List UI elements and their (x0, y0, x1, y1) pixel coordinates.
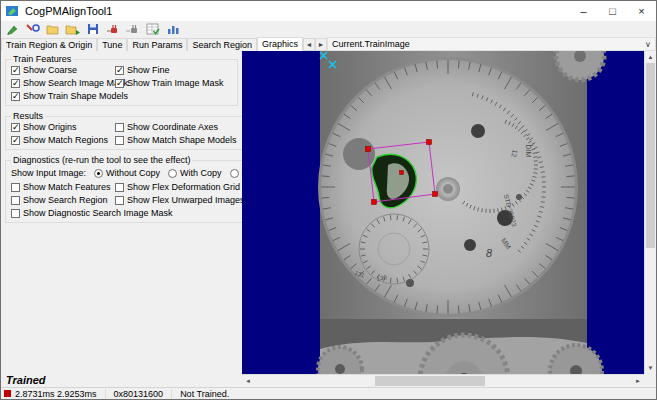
region-handle[interactable] (427, 140, 432, 145)
checkbox-label: Show Match Features (23, 182, 111, 192)
results-title: Results (11, 111, 45, 121)
checkbox-box (11, 123, 20, 132)
checkbox-show-match-features[interactable]: Show Match Features (11, 182, 113, 192)
results-grid-icon[interactable] (144, 22, 161, 37)
checkbox-box (115, 183, 124, 192)
checkbox-label: Show Search Region (23, 195, 108, 205)
radio-dot (230, 169, 239, 178)
checkbox-box (115, 123, 124, 132)
train-image-view[interactable]: STD 35023 DIM 12 MM 8 130 131 (242, 51, 644, 374)
vertical-scroll-track[interactable] (645, 63, 656, 362)
checkbox-show-coordinate-axes[interactable]: Show Coordinate Axes (115, 122, 237, 132)
checkbox-box (115, 79, 124, 88)
checkbox-label: Show Match Shape Models (127, 135, 237, 145)
timing-status: 2.8731ms 2.9253ms (15, 389, 105, 399)
gear-top-right (556, 51, 604, 80)
checkbox-show-search-image-mask[interactable]: Show Search Image Mask (11, 78, 113, 88)
checkbox-box (11, 92, 20, 101)
statistics-chart-icon[interactable] (164, 22, 181, 37)
chevron-down-icon[interactable]: ∨ (641, 40, 655, 49)
image-canvas[interactable]: STD 35023 DIM 12 MM 8 130 131 (242, 51, 644, 374)
tab-run-params[interactable]: Run Params (127, 38, 187, 51)
checkbox-box (11, 79, 20, 88)
checkbox-show-coarse[interactable]: Show Coarse (11, 65, 113, 75)
status-bar: 2.8731ms 2.9253ms 0x80131600 Not Trained… (1, 387, 656, 399)
checkbox-show-flex-deformation-grid[interactable]: Show Flex Deformation Grid (115, 182, 242, 192)
radio-label: Without Copy (106, 168, 160, 178)
radio-dot (168, 169, 177, 178)
minimize-button[interactable]: – (569, 1, 598, 21)
image-source-value: Current.TrainImage (332, 39, 410, 49)
horizontal-scroll-track[interactable] (254, 375, 632, 387)
titlebar: CogPMAlignTool1 – □ × (1, 1, 656, 21)
tab-tune[interactable]: Tune (97, 38, 127, 51)
tab-graphics[interactable]: Graphics (257, 37, 303, 51)
vertical-scrollbar[interactable]: ▲ ▼ (644, 51, 656, 374)
checkbox-box (11, 209, 20, 218)
region-handle[interactable] (366, 147, 371, 152)
show-input-image-label: Show Input Image: (11, 168, 86, 178)
vertical-scroll-thumb[interactable] (646, 63, 655, 248)
horizontal-scroll-thumb[interactable] (375, 376, 485, 386)
checkbox-box (11, 196, 20, 205)
region-handle[interactable] (372, 200, 377, 205)
train-features-group: Train Features Show Coarse Show Fine Sho… (5, 54, 238, 106)
close-button[interactable]: × (627, 1, 656, 21)
checkbox-show-match-shape-models[interactable]: Show Match Shape Models (115, 135, 237, 145)
tab-strip: Train Region & Origin Tune Run Params Se… (1, 37, 656, 51)
checkbox-show-fine[interactable]: Show Fine (115, 65, 232, 75)
tab-scroll-right-icon[interactable]: ► (315, 38, 327, 51)
checkbox-box (115, 66, 124, 75)
scroll-right-icon[interactable]: ► (632, 378, 644, 384)
main-area: Train Features Show Coarse Show Fine Sho… (1, 51, 656, 374)
checkbox-label: Show Flex Unwarped Images (127, 195, 242, 205)
checkbox-label: Show Search Image Mask (23, 78, 128, 88)
connect-plug-icon[interactable] (104, 22, 121, 37)
tools-icon[interactable] (24, 22, 41, 37)
radio-with-copy[interactable]: With Copy (168, 168, 222, 178)
edit-electrode-icon[interactable] (4, 22, 21, 37)
graphics-settings-panel: Train Features Show Coarse Show Fine Sho… (1, 51, 242, 374)
radio-without-copy[interactable]: Without Copy (94, 168, 160, 178)
region-center-handle[interactable] (400, 171, 404, 175)
checkbox-show-match-regions[interactable]: Show Match Regions (11, 135, 113, 145)
checkbox-show-diagnostic-search-image-mask[interactable]: Show Diagnostic Search Image Mask (11, 208, 242, 218)
engraving-8: 8 (486, 247, 493, 259)
diagnostics-group: Diagnostics (re-run the tool to see the … (5, 155, 242, 223)
radio-none[interactable]: None (230, 168, 242, 178)
trained-status-label: Trained (1, 374, 242, 387)
region-handle[interactable] (433, 192, 438, 197)
checkbox-show-origins[interactable]: Show Origins (11, 122, 113, 132)
checkbox-show-train-image-mask[interactable]: Show Train Image Mask (115, 78, 232, 88)
watch-dial: STD 35023 DIM 12 MM 8 130 131 (318, 57, 578, 317)
tab-train-region-origin[interactable]: Train Region & Origin (1, 38, 97, 51)
horizontal-scrollbar[interactable]: ◄ ► (242, 374, 644, 387)
open-run-folder-icon[interactable] (64, 22, 81, 37)
checkbox-box (115, 196, 124, 205)
tab-scroll-left-icon[interactable]: ◄ (303, 38, 315, 51)
checkbox-show-train-shape-models[interactable]: Show Train Shape Models (11, 91, 113, 101)
app-icon[interactable] (5, 4, 21, 18)
checkbox-box (11, 136, 20, 145)
checkbox-label: Show Flex Deformation Grid (127, 182, 240, 192)
tab-search-region[interactable]: Search Region (187, 38, 257, 51)
checkbox-label: Show Origins (23, 122, 77, 132)
trained-row: Trained ◄ ► (1, 374, 656, 387)
maximize-button[interactable]: □ (598, 1, 627, 21)
checkbox-label: Show Train Shape Models (23, 91, 128, 101)
checkbox-show-search-region[interactable]: Show Search Region (11, 195, 113, 205)
scroll-up-icon[interactable]: ▲ (645, 51, 656, 63)
scroll-down-icon[interactable]: ▼ (645, 362, 656, 374)
scroll-left-icon[interactable]: ◄ (242, 378, 254, 384)
checkbox-label: Show Coarse (23, 65, 77, 75)
engraving-dim: DIM (525, 145, 532, 158)
toolbar (1, 21, 656, 37)
image-source-combobox[interactable]: Current.TrainImage ∨ (327, 37, 656, 51)
open-folder-icon[interactable] (44, 22, 61, 37)
disconnect-plug-icon[interactable] (124, 22, 141, 37)
checkbox-box (11, 66, 20, 75)
save-icon[interactable] (84, 22, 101, 37)
engraving-12: 12 (510, 149, 518, 158)
result-code-status: 0x80131600 (105, 389, 172, 399)
checkbox-show-flex-unwarped-images[interactable]: Show Flex Unwarped Images (115, 195, 242, 205)
